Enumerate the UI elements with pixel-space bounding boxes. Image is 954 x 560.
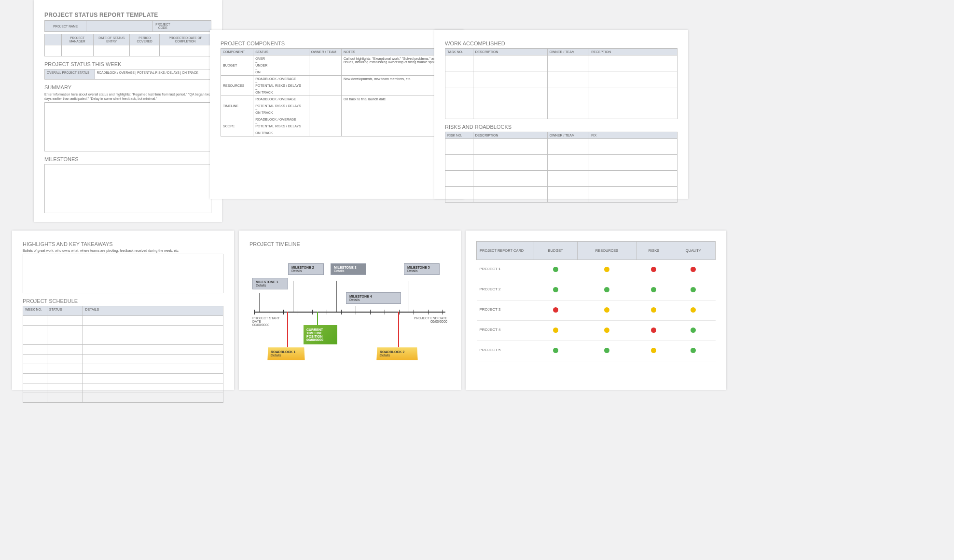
status-dot-cell — [534, 341, 577, 361]
status-dot-cell — [636, 321, 671, 341]
lbl-period: PERIOD COVERED — [130, 34, 160, 45]
status-row: OVERALL PROJECT STATUS ROADBLOCK / OVERA… — [44, 69, 211, 80]
summary-box[interactable] — [44, 102, 211, 151]
status-dot-cell — [577, 300, 636, 321]
summary-hint: Enter information here about overall sta… — [44, 92, 211, 101]
th-budget: BUDGET — [534, 242, 577, 260]
th-resources: RESOURCES — [577, 242, 636, 260]
status-dot-cell — [636, 300, 671, 321]
status-dot-icon — [553, 328, 558, 333]
status-dot-icon — [691, 287, 696, 292]
page-components: PROJECT COMPONENTS COMPONENT STATUS OWNE… — [210, 30, 464, 199]
page-timeline: PROJECT TIMELINE MILESTONE 1Details MILE… — [239, 231, 461, 390]
status-dot-cell — [577, 260, 636, 280]
status-dot-cell — [671, 280, 716, 300]
lbl-project-name: PROJECT NAME — [45, 21, 86, 32]
status-dot-icon — [691, 267, 696, 272]
report-card-row: PROJECT 2 — [477, 280, 716, 300]
status-dot-cell — [636, 260, 671, 280]
status-dot-icon — [651, 287, 656, 292]
page-work-risks: WORK ACCOMPLISHED TASK NO.DESCRIPTIONOWN… — [434, 30, 688, 199]
roadblock-1: ROADBLOCK 1Details — [267, 347, 304, 360]
row-budget: BUDGET — [221, 55, 253, 76]
highlights-title: HIGHLIGHTS AND KEY TAKEAWAYS — [23, 241, 223, 247]
status-dot-icon — [651, 307, 656, 313]
lbl-project-code: PROJECT CODE — [153, 21, 173, 32]
timeline-diagram: MILESTONE 1Details MILESTONE 2Details MI… — [249, 249, 450, 374]
report-card-row: PROJECT 5 — [477, 341, 716, 361]
th-status: STATUS — [253, 49, 309, 55]
work-title: WORK ACCOMPLISHED — [445, 41, 677, 46]
lbl-projected: PROJECTED DATE OF COMPLETION — [160, 34, 211, 45]
th-quality: QUALITY — [671, 242, 716, 260]
milestone-4: MILESTONE 4Details — [346, 292, 401, 304]
row-scope: SCOPE — [221, 116, 253, 137]
status-dot-cell — [534, 321, 577, 341]
schedule-table: WEEK NO.STATUSDETAILS — [23, 306, 223, 403]
report-card-row: PROJECT 1 — [477, 260, 716, 280]
project-name: PROJECT 2 — [477, 280, 534, 300]
th-report-card: PROJECT REPORT CARD — [477, 242, 534, 260]
page-highlights-schedule: HIGHLIGHTS AND KEY TAKEAWAYS Bullets of … — [12, 231, 234, 390]
current-position-note: CURRENT TIMELINE POSITION 00/00/0000 — [304, 325, 337, 344]
title: PROJECT STATUS REPORT TEMPLATE — [44, 12, 211, 18]
status-dot-icon — [553, 287, 558, 292]
timeline-title: PROJECT TIMELINE — [249, 241, 450, 247]
risks-table: RISK NO.DESCRIPTIONOWNER / TEAMFIX — [445, 132, 677, 203]
page-report-card: PROJECT REPORT CARD BUDGET RESOURCES RIS… — [466, 231, 726, 390]
components-table: COMPONENT STATUS OWNER / TEAM NOTES BUDG… — [221, 48, 453, 137]
report-card-row: PROJECT 3 — [477, 300, 716, 321]
lbl-overall-status: OVERALL PROJECT STATUS — [45, 69, 95, 80]
milestones-title: MILESTONES — [44, 156, 211, 162]
status-options: ROADBLOCK / OVERAGE | POTENTIAL RISKS / … — [95, 69, 211, 80]
highlights-hint: Bullets of great work, who owns what, wh… — [23, 249, 223, 252]
milestone-2: MILESTONE 2Details — [288, 263, 324, 275]
work-table: TASK NO.DESCRIPTIONOWNER / TEAMRECEPTION — [445, 48, 677, 119]
status-dot-cell — [636, 341, 671, 361]
status-dot-icon — [604, 328, 609, 333]
lbl-pm: PROJECT MANAGER — [61, 34, 94, 45]
th-owner: OWNER / TEAM — [309, 49, 341, 55]
status-dot-icon — [651, 267, 656, 272]
project-id-table: PROJECT NAMEPROJECT CODE — [44, 20, 211, 32]
project-name: PROJECT 1 — [477, 260, 534, 280]
project-name: PROJECT 5 — [477, 341, 534, 361]
end-label: PROJECT END DATE00/00/0000 — [414, 316, 447, 323]
status-dot-cell — [534, 260, 577, 280]
status-dot-icon — [604, 348, 609, 353]
th-component: COMPONENT — [221, 49, 253, 55]
row-timeline: TIMELINE — [221, 96, 253, 116]
status-week-title: PROJECT STATUS THIS WEEK — [44, 61, 211, 67]
status-dot-cell — [671, 300, 716, 321]
start-label: PROJECT START DATE00/00/0000 — [252, 316, 286, 327]
status-dot-icon — [604, 267, 609, 272]
status-dot-icon — [604, 307, 609, 313]
status-dot-icon — [553, 267, 558, 272]
milestone-1: MILESTONE 1Details — [252, 278, 288, 289]
status-dot-icon — [553, 348, 558, 353]
schedule-title: PROJECT SCHEDULE — [23, 298, 223, 304]
status-dot-cell — [636, 280, 671, 300]
status-dot-cell — [671, 260, 716, 280]
milestone-5: MILESTONE 5Details — [404, 263, 440, 275]
status-dot-cell — [534, 300, 577, 321]
status-dot-icon — [691, 307, 696, 313]
report-card-row: PROJECT 4 — [477, 321, 716, 341]
milestone-3: MILESTONE 3Details — [331, 263, 366, 275]
status-dot-cell — [577, 280, 636, 300]
status-dot-cell — [671, 321, 716, 341]
project-name: PROJECT 4 — [477, 321, 534, 341]
project-name: PROJECT 3 — [477, 300, 534, 321]
summary-title: SUMMARY — [44, 84, 211, 90]
highlights-box[interactable] — [23, 254, 223, 293]
th-risks: RISKS — [636, 242, 671, 260]
roadblock-2: ROADBLOCK 2Details — [376, 347, 417, 360]
status-dot-icon — [691, 348, 696, 353]
milestones-box[interactable] — [44, 164, 211, 213]
status-dot-icon — [651, 348, 656, 353]
components-title: PROJECT COMPONENTS — [221, 41, 453, 46]
project-meta-table: PROJECT MANAGER DATE OF STATUS ENTRY PER… — [44, 34, 211, 56]
lbl-date: DATE OF STATUS ENTRY — [94, 34, 130, 45]
status-dot-icon — [604, 287, 609, 292]
status-dot-cell — [671, 341, 716, 361]
